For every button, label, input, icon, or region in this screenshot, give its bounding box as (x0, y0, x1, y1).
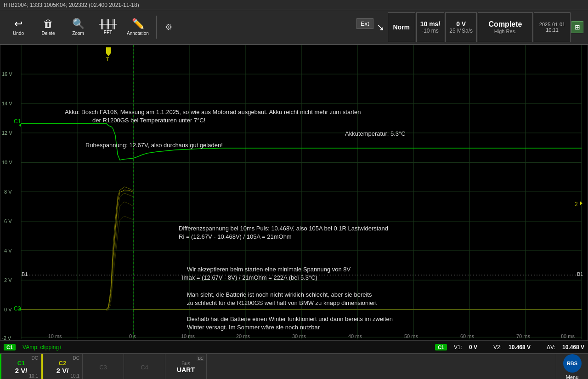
svg-text:4 V: 4 V (4, 248, 12, 253)
time-value: 10:11 (546, 27, 559, 33)
undo-label: Undo (13, 31, 24, 36)
timebase-panel[interactable]: 10 ms/ -10 ms (416, 12, 445, 42)
svg-text:6 V: 6 V (4, 218, 12, 224)
voltage-panel[interactable]: 0 V 25 MSa/s (445, 12, 477, 42)
complete-label: Complete (489, 20, 522, 29)
svg-text:Ri = (12.67V - 10.468V) / 105A: Ri = (12.67V - 10.468V) / 105A = 21mOhm (179, 233, 292, 240)
datetime-panel: 2025-01-01 10:11 (534, 12, 571, 42)
undo-icon: ↩ (14, 19, 23, 29)
ext-sublabel (364, 30, 366, 36)
c3-label: C3 (99, 364, 107, 371)
svg-text:Wir akzeptieren beim starten e: Wir akzeptieren beim starten eine minima… (187, 266, 351, 273)
channel-info-bar: C1 VAmp: clipping+ C1 V1: 0 V V2: 10.468… (0, 340, 588, 353)
svg-text:2: 2 (575, 201, 578, 207)
svg-marker-63 (19, 307, 21, 311)
v1-value: 0 V (469, 344, 477, 350)
svg-text:40 ms: 40 ms (348, 333, 362, 339)
svg-text:10 V: 10 V (2, 160, 12, 165)
toolbar-right: Ext ↘ Norm 10 ms/ -10 ms 0 V 25 MSa/s Co… (356, 12, 583, 42)
bus-label: Bus (181, 361, 190, 366)
menu-label: Menu (566, 374, 579, 379)
svg-text:B1: B1 (577, 271, 583, 277)
c1-probe-ratio: 10:1 (29, 373, 38, 379)
c4-label: C4 (141, 364, 148, 371)
undo-button[interactable]: ↩ Undo (5, 12, 32, 42)
grid-expand-button[interactable]: ⊞ (571, 21, 583, 33)
svg-text:T: T (106, 57, 109, 62)
zoom-button[interactable]: 🔍 Zoom (64, 12, 92, 42)
c1-channel-label: C1 (17, 360, 25, 367)
svg-text:12 V: 12 V (2, 130, 12, 136)
svg-text:Differenzspannung bei 10ms Pul: Differenzspannung bei 10ms Puls: 10.468V… (179, 225, 388, 232)
svg-text:14 V: 14 V (2, 101, 12, 106)
svg-text:80 ms: 80 ms (561, 333, 575, 339)
svg-text:zu schlecht für die R1200GS we: zu schlecht für die R1200GS weil halt vo… (187, 299, 377, 306)
annotation-label: Annotation (127, 31, 149, 36)
bus-cell[interactable]: Bus UART B1 (165, 354, 207, 379)
c1-coupling-label: DC (32, 356, 38, 361)
settings-button[interactable]: ⚙ (161, 22, 176, 32)
delete-button[interactable]: 🗑 Delete (34, 12, 62, 42)
svg-text:10 ms: 10 ms (181, 333, 195, 339)
svg-rect-0 (21, 45, 582, 339)
svg-marker-65 (580, 201, 582, 205)
trigger-mode-value: Norm (393, 23, 410, 31)
zoom-label: Zoom (72, 31, 84, 36)
fft-button[interactable]: ╫╫╫ FFT (94, 12, 122, 42)
ext-label: Ext (361, 20, 369, 27)
svg-text:50 ms: 50 ms (404, 333, 418, 339)
channel-strip: C1 2 V/ DC 10:1 C2 2 V/ DC 10:1 C3 C4 Bu… (0, 353, 588, 379)
fft-label: FFT (104, 30, 112, 35)
channel-1-cell[interactable]: C1 2 V/ DC 10:1 (0, 354, 41, 379)
svg-text:2 V: 2 V (4, 277, 12, 283)
rbs-logo: RBS (563, 354, 582, 373)
delete-icon: 🗑 (43, 19, 53, 29)
complete-panel: Complete High Res. (478, 12, 533, 42)
svg-text:0 s: 0 s (129, 333, 136, 339)
v2-label: V2: (493, 344, 502, 350)
svg-text:8 V: 8 V (4, 189, 12, 195)
c1-scale-value: 2 V/ (15, 367, 28, 374)
date-value: 2025-01-01 (539, 22, 565, 27)
b1-badge: B1 (197, 356, 204, 361)
c2-channel-label: C2 (59, 360, 67, 367)
scope-canvas-area[interactable]: T (0, 45, 588, 340)
delta-label: ΔV: (547, 344, 555, 350)
scope-wrapper: T (0, 45, 588, 340)
toolbar: ↩ Undo 🗑 Delete 🔍 Zoom ╫╫╫ FFT ✏️ Annota… (0, 10, 588, 45)
zoom-icon: 🔍 (72, 19, 85, 29)
samplerate-value: 25 MSa/s (449, 28, 473, 34)
ext-button[interactable]: Ext (356, 18, 373, 29)
c2-scale-value: 2 V/ (57, 367, 69, 374)
channel-4-cell[interactable]: C4 (124, 354, 165, 379)
svg-text:70 ms: 70 ms (516, 333, 530, 339)
timebase-value: 10 ms/ (420, 20, 441, 28)
svg-text:B1: B1 (22, 271, 28, 277)
offset-time-value: -10 ms (422, 28, 439, 34)
annotation-button[interactable]: ✏️ Annotation (124, 12, 152, 42)
trigger-mode-panel[interactable]: Norm (388, 12, 415, 42)
svg-text:Akkutemperatur: 5.3°C: Akkutemperatur: 5.3°C (345, 130, 406, 137)
title-text: RTB2004; 1333.1005K04; 202332 (02.400 20… (4, 2, 139, 8)
menu-button[interactable]: RBS Menu (556, 354, 588, 379)
delta-value: 10.468 V (562, 344, 584, 350)
v1-label: V1: (454, 344, 462, 350)
svg-text:Akku: Bosch FA106, Messung am : Akku: Bosch FA106, Messung am 1.1.2025, … (65, 109, 361, 115)
svg-text:30 ms: 30 ms (292, 333, 306, 339)
separator-1 (156, 16, 157, 39)
svg-text:16 V: 16 V (2, 71, 12, 77)
trigger-arrow: ↘ (374, 22, 387, 33)
svg-text:C2: C2 (14, 305, 21, 312)
svg-text:Man sieht, die Batterie ist no: Man sieht, die Batterie ist noch nicht w… (187, 291, 372, 298)
fft-icon: ╫╫╫ (99, 20, 117, 28)
svg-text:Imax = (12.67V - 8V) / 21mOhm : Imax = (12.67V - 8V) / 21mOhm = 222A (be… (182, 274, 317, 281)
channel-3-cell[interactable]: C3 (83, 354, 124, 379)
high-res-label: High Res. (494, 29, 516, 34)
channel-2-cell[interactable]: C2 2 V/ DC 10:1 (41, 354, 83, 379)
c2-probe-ratio: 10:1 (71, 373, 79, 379)
v2-value: 10.468 V (509, 344, 531, 350)
svg-marker-64 (19, 123, 21, 127)
svg-marker-22 (106, 47, 111, 56)
svg-text:der R1200GS bei Temperaturen u: der R1200GS bei Temperaturen unter 7°C! (92, 117, 205, 124)
ext-trigger-panel: Ext (356, 18, 373, 36)
